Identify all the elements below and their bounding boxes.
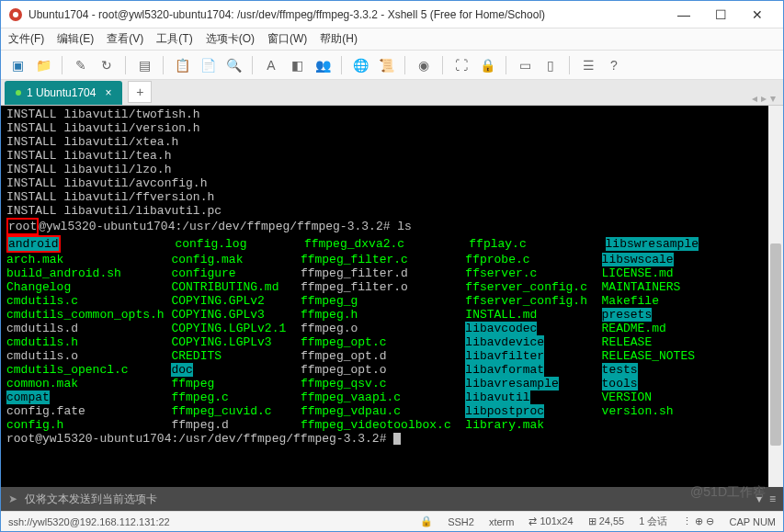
menu-view[interactable]: 查看(V) bbox=[107, 31, 143, 47]
scrollbar-thumb[interactable] bbox=[770, 243, 781, 446]
separator bbox=[404, 56, 405, 74]
separator bbox=[62, 56, 62, 74]
globe-icon[interactable]: 🌐 bbox=[349, 54, 371, 76]
tab-next-icon[interactable]: ▸ bbox=[761, 92, 767, 105]
separator bbox=[506, 56, 506, 74]
terminal[interactable]: INSTALL libavutil/twofish.h INSTALL liba… bbox=[1, 106, 768, 487]
copy-icon[interactable]: 📋 bbox=[171, 54, 193, 76]
maximize-button[interactable]: ☐ bbox=[702, 2, 739, 28]
tab-nav: ◂ ▸ ▾ bbox=[752, 92, 776, 105]
lock-icon[interactable]: 🔒 bbox=[476, 54, 498, 76]
input-menu-icon[interactable]: ≡ bbox=[769, 492, 776, 505]
status-size: 101x24 bbox=[540, 515, 573, 526]
tabbar: 1 Ubuntu1704 × + ◂ ▸ ▾ bbox=[1, 80, 783, 106]
help-icon[interactable]: ? bbox=[603, 54, 625, 76]
separator bbox=[569, 56, 570, 74]
tab-prev-icon[interactable]: ◂ bbox=[752, 92, 757, 105]
window-title: Ubuntu1704 - root@ywl5320-ubuntu1704: /u… bbox=[28, 8, 665, 21]
tab-menu-icon[interactable]: ▾ bbox=[770, 92, 776, 105]
separator bbox=[442, 56, 443, 74]
fullscreen-icon[interactable]: ⛶ bbox=[450, 54, 472, 76]
toolbar: ▣ 📁 ✎ ↻ ▤ 📋 📄 🔍 A ◧ 👥 🌐 📜 ◉ ⛶ 🔒 ▭ ▯ ☰ ? bbox=[1, 51, 783, 80]
menu-help[interactable]: 帮助(H) bbox=[320, 31, 358, 47]
app-icon bbox=[8, 7, 23, 22]
menu-window[interactable]: 窗口(W) bbox=[267, 31, 307, 47]
menubar: 文件(F) 编辑(E) 查看(V) 工具(T) 选项卡(O) 窗口(W) 帮助(… bbox=[1, 28, 783, 51]
paste-icon[interactable]: 📄 bbox=[197, 54, 219, 76]
menu-tools[interactable]: 工具(T) bbox=[156, 31, 192, 47]
color-icon[interactable]: ◧ bbox=[286, 54, 308, 76]
menu-edit[interactable]: 编辑(E) bbox=[57, 31, 94, 47]
input-expand-icon[interactable]: ▾ bbox=[756, 492, 762, 505]
separator bbox=[341, 56, 342, 74]
highlight-icon[interactable]: ✎ bbox=[70, 54, 92, 76]
send-icon[interactable]: ➤ bbox=[8, 492, 17, 505]
users-icon[interactable]: 👥 bbox=[312, 54, 334, 76]
status-conn: ssh://ywl5320@192.168.112.131:22 bbox=[8, 516, 170, 527]
app-window: Ubuntu1704 - root@ywl5320-ubuntu1704: /u… bbox=[0, 0, 784, 532]
properties-icon[interactable]: ▤ bbox=[133, 54, 155, 76]
list-icon[interactable]: ☰ bbox=[577, 54, 599, 76]
minimize-button[interactable]: — bbox=[665, 2, 702, 28]
tab-session[interactable]: 1 Ubuntu1704 × bbox=[5, 81, 122, 105]
separator bbox=[252, 56, 253, 74]
svg-point-1 bbox=[13, 12, 18, 17]
input-placeholder[interactable]: 仅将文本发送到当前选项卡 bbox=[25, 492, 157, 507]
font-icon[interactable]: A bbox=[260, 54, 282, 76]
statusbar: ssh://ywl5320@192.168.112.131:22 🔒 SSH2 … bbox=[1, 511, 783, 531]
scrollbar[interactable] bbox=[768, 106, 783, 487]
open-icon[interactable]: 📁 bbox=[32, 54, 54, 76]
menu-file[interactable]: 文件(F) bbox=[8, 31, 44, 47]
status-dot-icon bbox=[16, 90, 21, 96]
xftp-icon[interactable]: ◉ bbox=[413, 54, 435, 76]
status-proto: SSH2 bbox=[448, 516, 474, 527]
status-pos: 24,55 bbox=[599, 515, 625, 526]
separator bbox=[125, 56, 126, 74]
tab-close-icon[interactable]: × bbox=[105, 86, 111, 99]
status-proto-icon: 🔒 bbox=[420, 515, 433, 527]
titlebar: Ubuntu1704 - root@ywl5320-ubuntu1704: /u… bbox=[1, 1, 783, 28]
status-caps: CAP NUM bbox=[729, 516, 776, 527]
separator bbox=[163, 56, 164, 74]
status-sessions: 1 会话 bbox=[639, 515, 667, 528]
tab-add-button[interactable]: + bbox=[128, 81, 152, 103]
tab-label: 1 Ubuntu1704 bbox=[27, 86, 96, 99]
reconnect-icon[interactable]: ↻ bbox=[96, 54, 118, 76]
status-term: xterm bbox=[489, 516, 515, 527]
find-icon[interactable]: 🔍 bbox=[222, 54, 244, 76]
terminal-area: INSTALL libavutil/twofish.h INSTALL liba… bbox=[1, 106, 783, 487]
tile-v-icon[interactable]: ▯ bbox=[540, 54, 562, 76]
inputbar: ➤ 仅将文本发送到当前选项卡 ▾ ≡ bbox=[1, 487, 783, 511]
script-icon[interactable]: 📜 bbox=[375, 54, 397, 76]
close-button[interactable]: ✕ bbox=[739, 2, 776, 28]
menu-options[interactable]: 选项卡(O) bbox=[206, 31, 255, 47]
tile-h-icon[interactable]: ▭ bbox=[514, 54, 536, 76]
new-session-icon[interactable]: ▣ bbox=[6, 54, 28, 76]
